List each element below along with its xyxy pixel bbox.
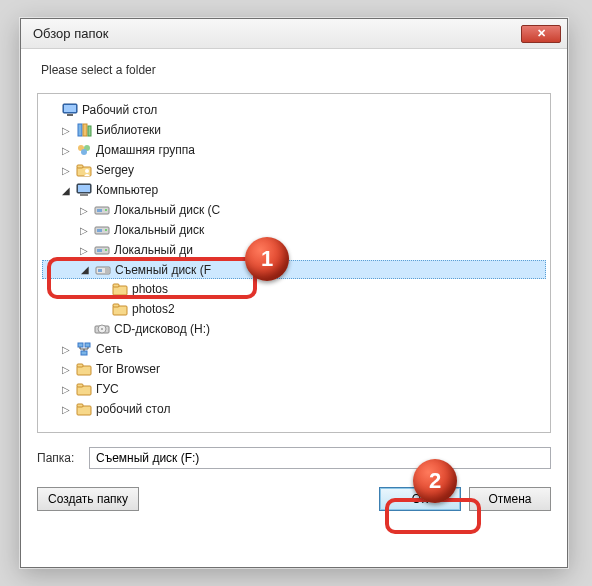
svg-rect-22 bbox=[97, 249, 102, 252]
chevron-right-icon[interactable]: ▷ bbox=[60, 363, 72, 375]
svg-rect-35 bbox=[85, 343, 90, 347]
tree-node-local-c[interactable]: ▷ Локальный диск (C bbox=[42, 200, 546, 220]
tree-label: Tor Browser bbox=[96, 362, 160, 376]
svg-rect-30 bbox=[113, 304, 119, 307]
tree-label: Локальный ди bbox=[114, 243, 193, 257]
svg-point-23 bbox=[105, 249, 107, 251]
svg-point-20 bbox=[105, 229, 107, 231]
tree-label: Рабочий стол bbox=[82, 103, 157, 117]
folder-icon bbox=[112, 301, 128, 317]
removable-drive-icon bbox=[95, 262, 111, 278]
chevron-right-icon[interactable]: ▷ bbox=[60, 383, 72, 395]
hdd-icon bbox=[94, 222, 110, 238]
chevron-right-icon[interactable]: ▷ bbox=[60, 343, 72, 355]
tree-label: Домашняя группа bbox=[96, 143, 195, 157]
tree-label: Локальный диск (C bbox=[114, 203, 220, 217]
svg-rect-26 bbox=[105, 268, 109, 273]
svg-rect-10 bbox=[77, 165, 83, 168]
tree-node-removable-f[interactable]: ◢ Съемный диск (F bbox=[42, 260, 546, 279]
tree-node-gus[interactable]: ▷ ГУС bbox=[42, 379, 546, 399]
titlebar[interactable]: Обзор папок ✕ bbox=[21, 19, 567, 49]
svg-rect-42 bbox=[77, 404, 83, 407]
svg-rect-40 bbox=[77, 384, 83, 387]
tree-node-local-d[interactable]: ▷ Локальный диск bbox=[42, 220, 546, 240]
folder-icon bbox=[76, 361, 92, 377]
tree-node-desktop[interactable]: ▷ Рабочий стол bbox=[42, 100, 546, 120]
tree-label: Библиотеки bbox=[96, 123, 161, 137]
computer-icon bbox=[76, 182, 92, 198]
tree-node-tor[interactable]: ▷ Tor Browser bbox=[42, 359, 546, 379]
svg-point-33 bbox=[101, 328, 103, 330]
prompt-text: Please select a folder bbox=[21, 49, 567, 87]
chevron-right-icon[interactable]: ▷ bbox=[60, 403, 72, 415]
folder-icon bbox=[76, 381, 92, 397]
svg-rect-2 bbox=[67, 114, 73, 116]
tree-node-cdrom[interactable]: ▷ CD-дисковод (H:) bbox=[42, 319, 546, 339]
user-folder-icon bbox=[76, 162, 92, 178]
tree-label: photos2 bbox=[132, 302, 175, 316]
chevron-right-icon[interactable]: ▷ bbox=[60, 124, 72, 136]
svg-rect-19 bbox=[97, 229, 102, 232]
tree-node-libraries[interactable]: ▷ Библиотеки bbox=[42, 120, 546, 140]
network-icon bbox=[76, 341, 92, 357]
svg-rect-38 bbox=[77, 364, 83, 367]
tree-label: Локальный диск bbox=[114, 223, 204, 237]
chevron-right-icon[interactable]: ▷ bbox=[60, 164, 72, 176]
hdd-icon bbox=[94, 202, 110, 218]
folder-icon bbox=[112, 281, 128, 297]
folder-icon bbox=[76, 401, 92, 417]
chevron-down-icon[interactable]: ◢ bbox=[79, 264, 91, 276]
chevron-right-icon[interactable]: ▷ bbox=[60, 144, 72, 156]
tree-label: Сеть bbox=[96, 342, 123, 356]
svg-rect-5 bbox=[88, 126, 91, 136]
close-icon: ✕ bbox=[537, 27, 546, 40]
svg-point-17 bbox=[105, 209, 107, 211]
close-button[interactable]: ✕ bbox=[521, 25, 561, 43]
tree-node-photos2[interactable]: ▷ photos2 bbox=[42, 299, 546, 319]
chevron-right-icon[interactable]: ▷ bbox=[78, 204, 90, 216]
svg-rect-4 bbox=[83, 124, 87, 136]
tree-node-photos[interactable]: ▷ photos bbox=[42, 279, 546, 299]
chevron-right-icon[interactable]: ▷ bbox=[78, 244, 90, 256]
svg-rect-14 bbox=[80, 194, 88, 196]
tree-node-local-e[interactable]: ▷ Локальный ди bbox=[42, 240, 546, 260]
svg-rect-3 bbox=[78, 124, 82, 136]
tree-label: photos bbox=[132, 282, 168, 296]
svg-rect-13 bbox=[78, 185, 90, 192]
new-folder-button[interactable]: Создать папку bbox=[37, 487, 139, 511]
tree-node-desktop2[interactable]: ▷ робочий стол bbox=[42, 399, 546, 419]
desktop-icon bbox=[62, 102, 78, 118]
tree-node-homegroup[interactable]: ▷ Домашняя группа bbox=[42, 140, 546, 160]
chevron-down-icon[interactable]: ◢ bbox=[60, 184, 72, 196]
browse-folders-dialog: Обзор папок ✕ Please select a folder ▷ Р… bbox=[20, 18, 568, 568]
tree-label: ГУС bbox=[96, 382, 119, 396]
svg-rect-1 bbox=[64, 105, 76, 112]
tree-label: Компьютер bbox=[96, 183, 158, 197]
cancel-button[interactable]: Отмена bbox=[469, 487, 551, 511]
svg-point-11 bbox=[85, 169, 89, 173]
tree-label: Sergey bbox=[96, 163, 134, 177]
folder-tree[interactable]: ▷ Рабочий стол ▷ Библиотеки ▷ Домашняя г… bbox=[37, 93, 551, 433]
tree-label: робочий стол bbox=[96, 402, 170, 416]
tree-node-computer[interactable]: ◢ Компьютер bbox=[42, 180, 546, 200]
folder-field-label: Папка: bbox=[37, 451, 89, 465]
svg-rect-25 bbox=[98, 269, 102, 272]
homegroup-icon bbox=[76, 142, 92, 158]
dialog-buttons: Создать папку ОК Отмена bbox=[37, 487, 551, 511]
svg-rect-16 bbox=[97, 209, 102, 212]
svg-rect-28 bbox=[113, 284, 119, 287]
tree-label: CD-дисковод (H:) bbox=[114, 322, 210, 336]
ok-button[interactable]: ОК bbox=[379, 487, 461, 511]
hdd-icon bbox=[94, 242, 110, 258]
folder-input[interactable] bbox=[89, 447, 551, 469]
tree-node-user[interactable]: ▷ Sergey bbox=[42, 160, 546, 180]
window-title: Обзор папок bbox=[33, 26, 521, 41]
libraries-icon bbox=[76, 122, 92, 138]
svg-rect-36 bbox=[81, 351, 87, 355]
svg-rect-34 bbox=[78, 343, 83, 347]
chevron-right-icon[interactable]: ▷ bbox=[78, 224, 90, 236]
tree-label: Съемный диск (F bbox=[115, 263, 211, 277]
tree-node-network[interactable]: ▷ Сеть bbox=[42, 339, 546, 359]
cdrom-icon bbox=[94, 321, 110, 337]
folder-field-row: Папка: bbox=[37, 447, 551, 469]
